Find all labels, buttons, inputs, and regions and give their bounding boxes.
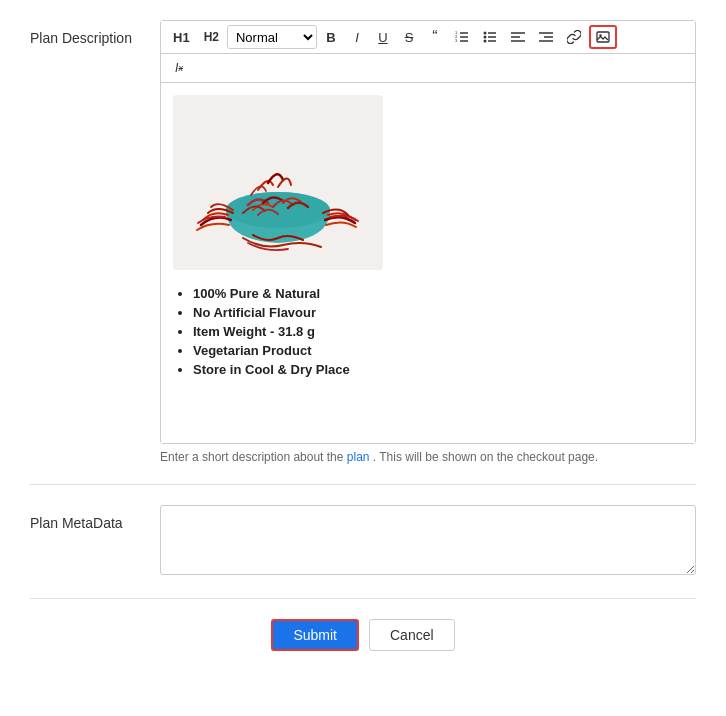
ordered-list-button[interactable]: 1.2.3. [449,25,475,49]
svg-point-9 [483,32,486,35]
hint-plain: Enter a short description about the [160,450,343,464]
plan-description-label: Plan Description [30,20,160,46]
divider-1 [30,484,696,485]
bullet-item-1: 100% Pure & Natural [193,286,683,301]
clear-format-button[interactable]: Ix [167,56,191,80]
metadata-input[interactable] [160,505,696,575]
bold-button[interactable]: B [319,25,343,49]
plan-metadata-field [160,505,696,578]
image-button[interactable] [589,25,617,49]
blockquote-button[interactable]: “ [423,25,447,49]
svg-point-11 [483,40,486,43]
plan-metadata-row: Plan MetaData [30,505,696,578]
bullet-item-4: Vegetarian Product [193,343,683,358]
svg-rect-18 [597,32,609,42]
hint-blue: plan [347,450,370,464]
toolbar-row2: Ix [161,54,695,83]
underline-button[interactable]: U [371,25,395,49]
description-bullet-list: 100% Pure & Natural No Artificial Flavou… [173,286,683,377]
rich-text-editor: H1 H2 NormalHeading 1Heading 2Heading 3 … [160,20,696,444]
font-style-select[interactable]: NormalHeading 1Heading 2Heading 3 [227,25,317,49]
unordered-list-button[interactable] [477,25,503,49]
divider-2 [30,598,696,599]
submit-button[interactable]: Submit [271,619,359,651]
bullet-item-3: Item Weight - 31.8 g [193,324,683,339]
svg-point-10 [483,36,486,39]
align-right-button[interactable] [533,25,559,49]
strikethrough-button[interactable]: S [397,25,421,49]
heading2-button[interactable]: H2 [198,25,225,49]
cancel-button[interactable]: Cancel [369,619,455,651]
plan-description-field: H1 H2 NormalHeading 1Heading 2Heading 3 … [160,20,696,464]
svg-text:3.: 3. [455,38,458,43]
hint-end: . This will be shown on the checkout pag… [373,450,598,464]
align-left-button[interactable] [505,25,531,49]
link-button[interactable] [561,25,587,49]
plan-description-row: Plan Description H1 H2 NormalHeading 1He… [30,20,696,464]
heading1-button[interactable]: H1 [167,25,196,49]
form-buttons: Submit Cancel [30,619,696,651]
editor-content-area[interactable]: 100% Pure & Natural No Artificial Flavou… [161,83,695,443]
plan-metadata-label: Plan MetaData [30,505,160,531]
description-hint: Enter a short description about the plan… [160,450,696,464]
bullet-item-5: Store in Cool & Dry Place [193,362,683,377]
italic-button[interactable]: I [345,25,369,49]
svg-rect-20 [173,95,383,270]
saffron-image [173,95,383,270]
bullet-item-2: No Artificial Flavour [193,305,683,320]
editor-toolbar: H1 H2 NormalHeading 1Heading 2Heading 3 … [161,21,695,54]
